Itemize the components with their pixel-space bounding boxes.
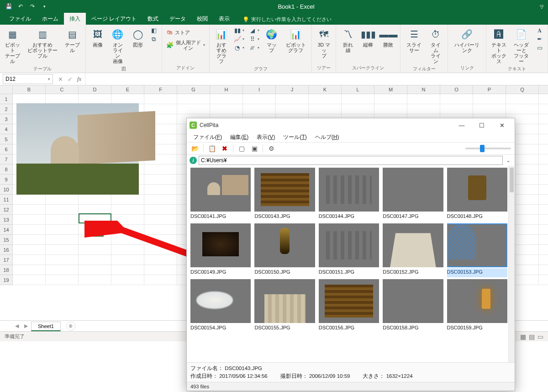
- store-button[interactable]: 🛍ストア: [165, 28, 206, 37]
- thumbnail-image[interactable]: [447, 168, 507, 212]
- cell[interactable]: [46, 94, 79, 104]
- column-header[interactable]: B: [13, 85, 46, 94]
- cell[interactable]: [374, 94, 407, 104]
- cell[interactable]: [79, 205, 111, 214]
- menu-f[interactable]: ファイル(F): [193, 133, 222, 141]
- online-pictures-button[interactable]: 🌐オンライン 画像: [109, 26, 127, 65]
- cell[interactable]: [144, 175, 177, 184]
- thumbnail-image[interactable]: [319, 223, 379, 267]
- sheet-nav-prev[interactable]: ◀: [13, 323, 21, 329]
- column-header[interactable]: D: [79, 85, 111, 94]
- column-header[interactable]: G: [177, 85, 210, 94]
- thumbnail-image[interactable]: [319, 279, 379, 323]
- copy-button[interactable]: 📋: [207, 144, 216, 153]
- tab-home[interactable]: ホーム: [37, 13, 64, 25]
- textbox-button[interactable]: 🅰テキスト ボックス: [489, 26, 508, 65]
- column-header[interactable]: E: [111, 85, 144, 94]
- column-header[interactable]: K: [309, 85, 342, 94]
- cell[interactable]: [79, 265, 111, 275]
- cell[interactable]: [13, 245, 46, 254]
- maximize-button[interactable]: ☐: [472, 119, 492, 132]
- cell[interactable]: [111, 245, 144, 254]
- row-header[interactable]: 1: [0, 94, 13, 104]
- cell[interactable]: [13, 275, 46, 285]
- thumbnail-image[interactable]: [190, 223, 251, 267]
- thumbnail-item[interactable]: DSC00151.JPG: [319, 223, 379, 277]
- cell[interactable]: [46, 235, 79, 244]
- tab-review[interactable]: 校閲: [191, 13, 213, 25]
- cell[interactable]: [111, 215, 144, 224]
- slider-knob[interactable]: [480, 145, 485, 152]
- cell[interactable]: [46, 265, 79, 275]
- path-input[interactable]: [199, 156, 503, 165]
- 3d-map-button[interactable]: 🗺3D マッ プ: [315, 26, 333, 59]
- cell[interactable]: [79, 255, 111, 265]
- column-header[interactable]: H: [210, 85, 243, 94]
- column-header[interactable]: N: [407, 85, 440, 94]
- thumbnail-image[interactable]: [254, 223, 315, 267]
- object-button[interactable]: ▭: [535, 44, 545, 52]
- cell[interactable]: [342, 104, 374, 114]
- cell[interactable]: [46, 225, 79, 234]
- sparkline-winloss-button[interactable]: ▬▬勝敗: [379, 26, 397, 54]
- cell[interactable]: [13, 255, 46, 265]
- cell[interactable]: [440, 94, 473, 104]
- cell[interactable]: [440, 104, 473, 114]
- cell[interactable]: [342, 94, 374, 104]
- menu-e[interactable]: 編集(E): [230, 133, 248, 141]
- cell[interactable]: [144, 205, 177, 214]
- menu-h[interactable]: ヘルプ(H): [315, 133, 339, 141]
- cell[interactable]: [13, 225, 46, 234]
- sheet-tab[interactable]: Sheet1: [31, 322, 61, 331]
- cell[interactable]: [13, 265, 46, 275]
- thumbnail-item[interactable]: DSC00158.JPG: [383, 279, 443, 333]
- fill-handle[interactable]: [110, 222, 113, 225]
- cell[interactable]: [46, 205, 79, 214]
- save-icon[interactable]: 💾: [4, 2, 14, 11]
- cell[interactable]: [243, 104, 276, 114]
- row-header[interactable]: 3: [0, 114, 13, 124]
- cell[interactable]: [111, 205, 144, 214]
- menu-t[interactable]: ツール(T): [283, 133, 306, 141]
- cell[interactable]: [111, 235, 144, 244]
- cell[interactable]: [111, 265, 144, 275]
- row-header[interactable]: 8: [0, 164, 13, 175]
- tab-insert[interactable]: 挿入: [64, 13, 86, 25]
- cell[interactable]: [111, 275, 144, 285]
- thumbnail-image[interactable]: [254, 279, 315, 323]
- cell[interactable]: [144, 245, 177, 254]
- select-all-cell[interactable]: [0, 85, 13, 94]
- chart-type-5[interactable]: ⠿▾: [248, 35, 261, 43]
- recommended-pivot-button[interactable]: ▥おすすめ ピボットテーブル: [25, 26, 61, 65]
- cell[interactable]: [374, 104, 407, 114]
- column-header[interactable]: Q: [506, 85, 539, 94]
- thumbnail-item[interactable]: DSC00156.JPG: [319, 279, 379, 333]
- cell[interactable]: [13, 215, 46, 224]
- hyperlink-button[interactable]: 🔗ハイパーリンク: [451, 26, 483, 54]
- cell[interactable]: [46, 245, 79, 254]
- row-header[interactable]: 4: [0, 124, 13, 134]
- cell[interactable]: [144, 215, 177, 224]
- chart-type-6[interactable]: ⫻▾: [248, 44, 261, 52]
- undo-icon[interactable]: ↶: [16, 2, 26, 11]
- cell[interactable]: [79, 195, 111, 204]
- view-normal-icon[interactable]: ▦: [520, 333, 526, 340]
- view-single-button[interactable]: ▢: [237, 144, 246, 153]
- row-header[interactable]: 18: [0, 265, 13, 275]
- tab-data[interactable]: データ: [164, 13, 191, 25]
- row-header[interactable]: 11: [0, 195, 13, 205]
- cell[interactable]: [309, 94, 342, 104]
- sparkline-line-button[interactable]: 〽折れ線: [339, 26, 357, 54]
- tab-file[interactable]: ファイル: [4, 13, 37, 25]
- cell[interactable]: [144, 225, 177, 234]
- thumbnail-item[interactable]: DSC00153.JPG: [447, 223, 507, 277]
- cell[interactable]: [111, 255, 144, 265]
- cell[interactable]: [177, 94, 210, 104]
- row-header[interactable]: 12: [0, 205, 13, 215]
- smartart-button[interactable]: ◧: [149, 26, 159, 35]
- thumbnail-image[interactable]: [383, 223, 443, 267]
- thumbnail-image[interactable]: [254, 168, 315, 212]
- cell[interactable]: [309, 104, 342, 114]
- row-header[interactable]: 19: [0, 275, 13, 285]
- view-page-break-icon[interactable]: ▭: [537, 333, 543, 340]
